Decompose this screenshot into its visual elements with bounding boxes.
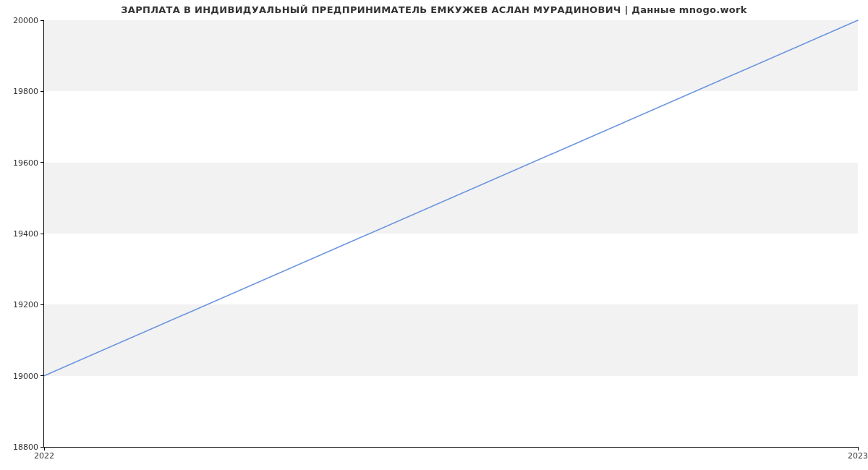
y-tick-label: 19800	[13, 87, 44, 96]
y-tick-label: 19200	[13, 300, 44, 309]
y-tick-label: 19600	[13, 158, 44, 167]
y-tick-label: 19400	[13, 229, 44, 239]
x-tick-label: 2023	[848, 447, 868, 461]
y-tick-label: 20000	[13, 16, 44, 25]
chart-title: ЗАРПЛАТА В ИНДИВИДУАЛЬНЫЙ ПРЕДПРИНИМАТЕЛ…	[0, 4, 868, 15]
x-tick-label: 2022	[34, 447, 54, 461]
plot-area: 1880019000192001940019600198002000020222…	[43, 20, 858, 448]
y-tick-label: 19000	[13, 371, 44, 380]
chart-line	[44, 20, 858, 447]
